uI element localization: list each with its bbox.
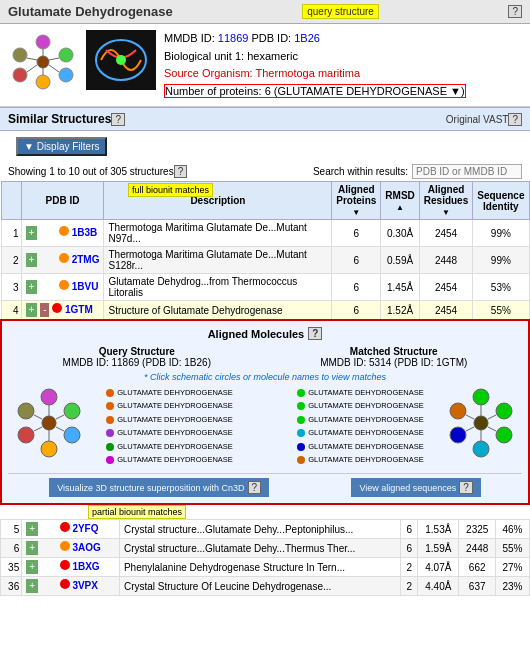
svg-point-16 — [41, 389, 57, 405]
row-expand-btn[interactable]: + — [26, 560, 38, 574]
row-description: Crystal Structure Of Leucine Dehydrogena… — [119, 577, 400, 596]
table-row: 6 + 3AOG Crystal structure...Glutamate D… — [1, 539, 530, 558]
row-expand-btn[interactable]: + — [26, 541, 38, 555]
visualize-3d-button[interactable]: Visualize 3D structure superposition wit… — [49, 478, 269, 497]
aligned-molecules-help[interactable]: ? — [308, 327, 322, 340]
num-proteins: Number of proteins: 6 (GLUTAMATE DEHYDRO… — [164, 84, 466, 98]
pdb-id-link[interactable]: 2TMG — [72, 254, 100, 265]
svg-line-25 — [56, 427, 64, 431]
row-description: Crystal structure...Glutamate Dehy...The… — [119, 539, 400, 558]
query-molecule-item[interactable]: GLUTAMATE DEHYDROGENASE — [106, 440, 233, 454]
mol-color-dot — [297, 416, 305, 424]
matched-molecule-item[interactable]: GLUTAMATE DEHYDROGENASE — [297, 453, 424, 467]
svg-point-17 — [64, 403, 80, 419]
mmdb-link[interactable]: 11869 — [218, 32, 249, 44]
mol-label: GLUTAMATE DEHYDROGENASE — [117, 453, 233, 467]
table-header-row: PDB ID Description AlignedProteins ▼ RMS… — [1, 182, 529, 220]
partial-biounits-label: partial biounit matches — [88, 505, 186, 519]
row-status-dot — [60, 579, 70, 589]
row-rmsd: 1.53Å — [418, 520, 459, 539]
row-num: 6 — [1, 539, 22, 558]
mol-color-dot — [106, 456, 114, 464]
svg-point-33 — [450, 427, 466, 443]
showing-help[interactable]: ? — [174, 165, 188, 178]
matched-molecule-item[interactable]: GLUTAMATE DEHYDROGENASE — [297, 440, 424, 454]
viz-buttons: Visualize 3D structure superposition wit… — [8, 473, 522, 497]
row-controls: + 1BVU — [21, 274, 104, 301]
row-status-dot — [59, 280, 69, 290]
bottom-results-table: 5 + 2YFQ Crystal structure...Glutamate D… — [0, 519, 530, 596]
pdb-id-link[interactable]: 2YFQ — [72, 523, 98, 534]
table-row: 3 + 1BVU Glutamate Dehydrog...from Therm… — [1, 274, 529, 301]
original-vast-help[interactable]: ? — [508, 113, 522, 126]
pdb-link[interactable]: 1B26 — [294, 32, 320, 44]
row-collapse-btn[interactable]: - — [40, 303, 49, 317]
matched-molecule-item[interactable]: GLUTAMATE DEHYDROGENASE — [297, 426, 424, 440]
row-controls: + - 1GTM — [21, 301, 104, 321]
expanded-content: Aligned Molecules ? Query Structure MMDB… — [2, 321, 528, 503]
row-residues: 2454 — [419, 220, 472, 247]
query-structure-section: Query Structure MMDB ID: 11869 (PDB ID: … — [63, 346, 211, 368]
query-molecule-item[interactable]: GLUTAMATE DEHYDROGENASE — [106, 426, 233, 440]
row-residues: 637 — [459, 577, 496, 596]
row-rmsd: 1.45Å — [381, 274, 419, 301]
svg-point-20 — [18, 427, 34, 443]
matched-mmdb: MMDB ID: 5314 (PDB ID: 1GTM) — [320, 357, 467, 368]
svg-point-21 — [18, 403, 34, 419]
mol-label: GLUTAMATE DEHYDROGENASE — [308, 413, 424, 427]
partial-biounits-container: partial biounit matches — [8, 505, 522, 519]
similar-help-icon[interactable]: ? — [111, 113, 125, 126]
row-aligned: 6 — [332, 301, 381, 321]
row-description: Phenylalanine Dehydrogenase Structure In… — [119, 558, 400, 577]
matched-molecule-item[interactable]: GLUTAMATE DEHYDROGENASE — [297, 386, 424, 400]
query-structure-label: query structure — [302, 4, 379, 19]
row-expand-btn[interactable]: + — [26, 303, 38, 317]
spacer — [255, 385, 275, 467]
mol-label: GLUTAMATE DEHYDROGENASE — [117, 426, 233, 440]
row-expand-btn[interactable]: + — [26, 280, 38, 294]
query-molecule-item[interactable]: GLUTAMATE DEHYDROGENASE — [106, 413, 233, 427]
row-expand-btn[interactable]: + — [26, 226, 38, 240]
row-expand-btn[interactable]: + — [26, 522, 38, 536]
query-molecule-item[interactable]: GLUTAMATE DEHYDROGENASE — [106, 453, 233, 467]
pdb-id-link[interactable]: 1BXG — [72, 561, 99, 572]
row-status-dot — [60, 560, 70, 570]
pdb-id-link[interactable]: 1B3B — [72, 227, 98, 238]
align-help[interactable]: ? — [459, 481, 473, 494]
query-molecule-item[interactable]: GLUTAMATE DEHYDROGENASE — [106, 386, 233, 400]
mol-label: GLUTAMATE DEHYDROGENASE — [308, 399, 424, 413]
query-structure-diagram — [8, 30, 78, 90]
row-expand-btn[interactable]: + — [26, 253, 38, 267]
row-description: Structure of Glutamate Dehydrogenase — [104, 301, 332, 321]
display-filters-container: ▼ Display Filters — [0, 131, 530, 162]
svg-point-5 — [13, 48, 27, 62]
pdb-id-link[interactable]: 1GTM — [65, 304, 93, 315]
row-residues: 2454 — [419, 274, 472, 301]
expanded-cell: Aligned Molecules ? Query Structure MMDB… — [1, 320, 529, 504]
svg-point-31 — [496, 427, 512, 443]
mol-color-dot — [106, 389, 114, 397]
row-identity: 55% — [495, 539, 529, 558]
molecule-columns: GLUTAMATE DEHYDROGENASE GLUTAMATE DEHYDR… — [8, 385, 522, 467]
matched-molecule-item[interactable]: GLUTAMATE DEHYDROGENASE — [297, 413, 424, 427]
table-row: 36 + 3VPX Crystal Structure Of Leucine D… — [1, 577, 530, 596]
viz-label: Visualize 3D structure superposition wit… — [57, 483, 244, 493]
display-filters-button[interactable]: ▼ Display Filters — [16, 137, 107, 156]
header-title: Glutamate Dehydrogenase — [8, 4, 173, 19]
matched-molecule-item[interactable]: GLUTAMATE DEHYDROGENASE — [297, 399, 424, 413]
matched-structure-section: Matched Structure MMDB ID: 5314 (PDB ID:… — [320, 346, 467, 368]
row-controls: + 2TMG — [21, 247, 104, 274]
row-rmsd: 4.07Å — [418, 558, 459, 577]
pdb-id-link[interactable]: 3VPX — [72, 580, 98, 591]
pdb-id-link[interactable]: 1BVU — [72, 281, 99, 292]
search-input[interactable] — [412, 164, 522, 179]
viz-help[interactable]: ? — [248, 481, 262, 494]
view-aligned-button[interactable]: View aligned sequences ? — [351, 478, 480, 497]
matched-mol-labels: GLUTAMATE DEHYDROGENASE GLUTAMATE DEHYDR… — [297, 385, 424, 467]
row-expand-btn[interactable]: + — [26, 579, 38, 593]
row-rmsd: 4.40Å — [418, 577, 459, 596]
query-molecule-item[interactable]: GLUTAMATE DEHYDROGENASE — [106, 399, 233, 413]
similar-structures-header: Similar Structures ? Original VAST ? — [0, 107, 530, 131]
header-help-icon[interactable]: ? — [508, 5, 522, 18]
pdb-id-link[interactable]: 3AOG — [72, 542, 100, 553]
